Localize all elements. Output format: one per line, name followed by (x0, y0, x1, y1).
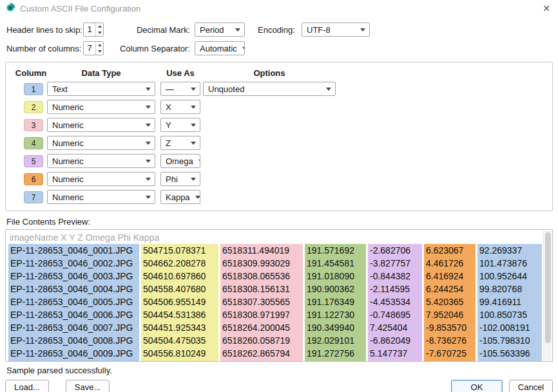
num-columns-spinner[interactable]: 7 (83, 41, 104, 55)
save-button[interactable]: Save... (66, 380, 110, 392)
preview-cell: 100.850735 (477, 308, 542, 321)
column-separator-label: Column Separator: (114, 44, 190, 53)
chevron-down-icon (326, 88, 331, 91)
num-columns-label: Number of columns: (6, 44, 79, 53)
chevron-down-icon (146, 178, 151, 181)
column-number-badge: 2 (24, 101, 43, 113)
data-type-select[interactable]: Numeric (47, 136, 155, 150)
chevron-down-icon (146, 142, 151, 145)
chevron-down-icon (191, 142, 196, 145)
settings-row-1: Header lines to skip: 1 Decimal Mark: Pe… (6, 22, 552, 37)
spin-down-icon[interactable] (96, 48, 103, 55)
preview-row: EP-11-28653_0046_0004.JPG504558.40768065… (8, 283, 552, 295)
scrollbar-thumb[interactable] (545, 232, 551, 343)
preview-cell: -2.682706 (368, 244, 422, 257)
preview-cell: 6518308.065536 (220, 270, 303, 283)
preview-cell: 504609.776466 (141, 360, 218, 362)
preview-cell: -6.862049 (368, 334, 422, 347)
encoding-select[interactable]: UTF-8 (302, 23, 370, 37)
cancel-button[interactable]: Cancel (509, 380, 553, 392)
chevron-down-icon (146, 106, 151, 109)
decimal-mark-select[interactable]: Period (195, 23, 245, 37)
preview-cell: 6518262.865794 (220, 347, 303, 360)
chevron-down-icon (191, 106, 196, 109)
use-as-select[interactable]: Y (160, 118, 200, 132)
chevron-down-icon (146, 88, 151, 91)
column-config-rows: 1Text—Unquoted2NumericX3NumericY4Numeric… (6, 80, 552, 206)
preview-cell: 6518308.971997 (220, 308, 303, 321)
preview-row: EP-11-28653_0046_0001.JPG504715.07837165… (8, 244, 552, 257)
preview-cell: -7.670725 (424, 347, 476, 360)
column-separator-select[interactable]: Automatic (195, 41, 245, 55)
preview-cell: EP-11-28653_0046_0010.JPG (8, 360, 139, 362)
preview-cell: EP-11-28653_0046_0009.JPG (8, 347, 139, 360)
chevron-down-icon (195, 196, 200, 199)
preview-cell: 4.461726 (424, 257, 476, 270)
preview-cell: 0.587815 (424, 360, 476, 362)
header-lines-label: Header lines to skip: (6, 25, 79, 35)
preview-cell: EP-11-28653_0046_0004.JPG (8, 283, 139, 295)
preview-cell: 191.122730 (305, 308, 366, 321)
preview-header-line: imageName X Y Z Omega Phi Kappa (8, 231, 552, 244)
chevron-down-icon (191, 178, 196, 181)
data-type-select[interactable]: Numeric (47, 118, 155, 132)
header-options: Options (203, 68, 336, 78)
use-as-select[interactable]: X (160, 100, 200, 114)
chevron-down-icon (235, 28, 240, 32)
chevron-down-icon (242, 47, 245, 50)
header-data-type: Data Type (47, 68, 155, 78)
data-type-select[interactable]: Numeric (47, 190, 155, 204)
spin-up-icon[interactable] (96, 23, 103, 30)
spin-down-icon[interactable] (96, 30, 103, 36)
use-as-select[interactable]: Phi (160, 172, 200, 186)
options-select[interactable]: Unquoted (203, 82, 336, 96)
preview-cell: EP-11-28653_0046_0003.JPG (8, 270, 139, 283)
preview-cell: 6518264.200045 (220, 321, 303, 334)
preview-cell: 7.952046 (424, 308, 476, 321)
preview-cell: 92.269337 (477, 244, 542, 257)
spin-up-icon[interactable] (96, 42, 103, 48)
load-button[interactable]: Load... (5, 380, 49, 392)
data-type-select[interactable]: Numeric (47, 100, 155, 114)
header-use-as: Use As (160, 68, 200, 78)
preview-cell: 6518307.305565 (220, 295, 303, 308)
column-config-row: 2NumericX (6, 98, 552, 116)
preview-cell: 191.571692 (305, 244, 366, 257)
chevron-down-icon (146, 160, 151, 163)
use-as-select[interactable]: — (160, 82, 200, 96)
header-lines-spinner[interactable]: 1 (83, 23, 104, 37)
preview-cell: 504451.925343 (141, 321, 218, 334)
preview-cell: EP-11-28653_0046_0006.JPG (8, 308, 139, 321)
use-as-select[interactable]: Kappa (160, 190, 200, 204)
data-type-select[interactable]: Numeric (47, 172, 155, 186)
preview-cell: EP-11-28653_0046_0005.JPG (8, 295, 139, 308)
column-config-row: 6NumericPhi (6, 170, 552, 188)
use-as-select[interactable]: Omega (160, 154, 200, 168)
file-contents-preview[interactable]: imageName X Y Z Omega Phi Kappa EP-11-28… (5, 229, 553, 362)
preview-cell: -6.402368 (368, 360, 422, 362)
preview-cell: 191.272756 (305, 347, 366, 360)
preview-cell: EP-11-28653_0046_0002.JPG (8, 257, 139, 270)
preview-cell: 504506.955149 (141, 295, 218, 308)
preview-cell: 504715.078371 (141, 244, 218, 257)
preview-cell: 6518311.494019 (220, 244, 303, 257)
app-icon (5, 3, 15, 15)
use-as-select[interactable]: Z (160, 136, 200, 150)
preview-cell: 191.176349 (305, 295, 366, 308)
preview-cell: 504558.407680 (141, 283, 218, 295)
ok-button[interactable]: OK (451, 380, 503, 392)
preview-cell: 504556.810249 (141, 347, 218, 360)
preview-cell: 101.473876 (477, 257, 542, 270)
close-icon[interactable]: ✕ (541, 3, 552, 14)
vertical-scrollbar[interactable] (543, 230, 552, 360)
preview-cell: 191.018090 (305, 270, 366, 283)
data-type-select[interactable]: Text (47, 82, 155, 96)
preview-cell: 6.623067 (424, 244, 476, 257)
data-type-select[interactable]: Numeric (47, 154, 155, 168)
column-config-group: Column Data Type Use As Options 1Text—Un… (5, 62, 553, 211)
preview-cell: 6518260.058719 (220, 334, 303, 347)
header-lines-value: 1 (84, 23, 95, 36)
column-config-row: 5NumericOmega (6, 152, 552, 170)
preview-cell: 504662.208278 (141, 257, 218, 270)
preview-cell: -2.114595 (368, 283, 422, 295)
